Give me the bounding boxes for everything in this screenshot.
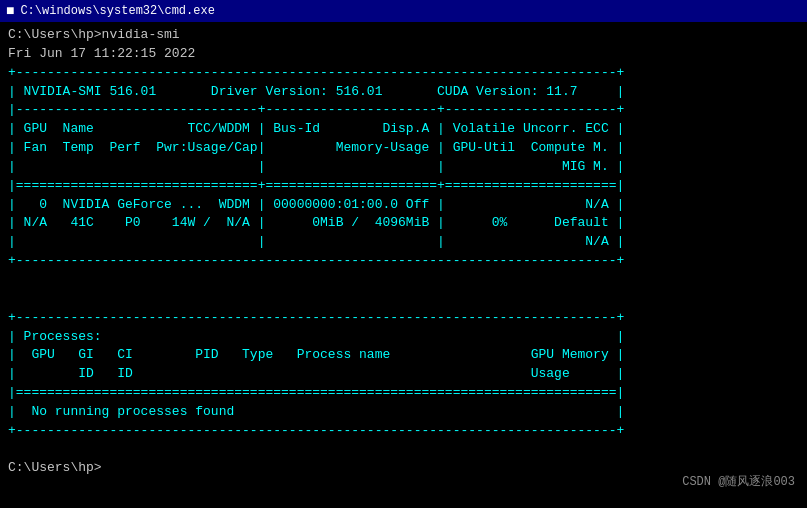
- gpu-row-1: | 0 NVIDIA GeForce ... WDDM | 00000000:0…: [8, 196, 799, 215]
- title-bar-label: C:\windows\system32\cmd.exe: [20, 4, 214, 18]
- header-line-1: | GPU Name TCC/WDDM | Bus-Id Disp.A | Vo…: [8, 120, 799, 139]
- proc-bottom: +---------------------------------------…: [8, 422, 799, 441]
- header-line-3: | | | MIG M. |: [8, 158, 799, 177]
- bottom-border: +---------------------------------------…: [8, 252, 799, 271]
- blank-3: [8, 441, 799, 460]
- datetime-line: Fri Jun 17 11:22:15 2022: [8, 45, 799, 64]
- top-border: +---------------------------------------…: [8, 64, 799, 83]
- header-line-2: | Fan Temp Perf Pwr:Usage/Cap| Memory-Us…: [8, 139, 799, 158]
- title-bar: ■ C:\windows\system32\cmd.exe: [0, 0, 807, 22]
- gpu-row-3: | | | N/A |: [8, 233, 799, 252]
- proc-col-header: | GPU GI CI PID Type Process name GPU Me…: [8, 346, 799, 365]
- proc-sep: |=======================================…: [8, 384, 799, 403]
- prompt-line-1: C:\Users\hp>nvidia-smi: [8, 26, 799, 45]
- prompt-line-2: C:\Users\hp>: [8, 459, 799, 478]
- proc-header: | Processes: |: [8, 328, 799, 347]
- terminal-body: C:\Users\hp>nvidia-smi Fri Jun 17 11:22:…: [0, 22, 807, 508]
- blank-2: [8, 290, 799, 309]
- smi-info-line: | NVIDIA-SMI 516.01 Driver Version: 516.…: [8, 83, 799, 102]
- watermark: CSDN @随风逐浪003: [682, 473, 795, 490]
- proc-border-1: +---------------------------------------…: [8, 309, 799, 328]
- gpu-row-2: | N/A 41C P0 14W / N/A | 0MiB / 4096MiB …: [8, 214, 799, 233]
- mid-border-2: |===============================+=======…: [8, 177, 799, 196]
- title-bar-icon: ■: [6, 3, 14, 19]
- blank-1: [8, 271, 799, 290]
- mid-border-1: |-------------------------------+-------…: [8, 101, 799, 120]
- proc-col-sub: | ID ID Usage |: [8, 365, 799, 384]
- proc-row: | No running processes found |: [8, 403, 799, 422]
